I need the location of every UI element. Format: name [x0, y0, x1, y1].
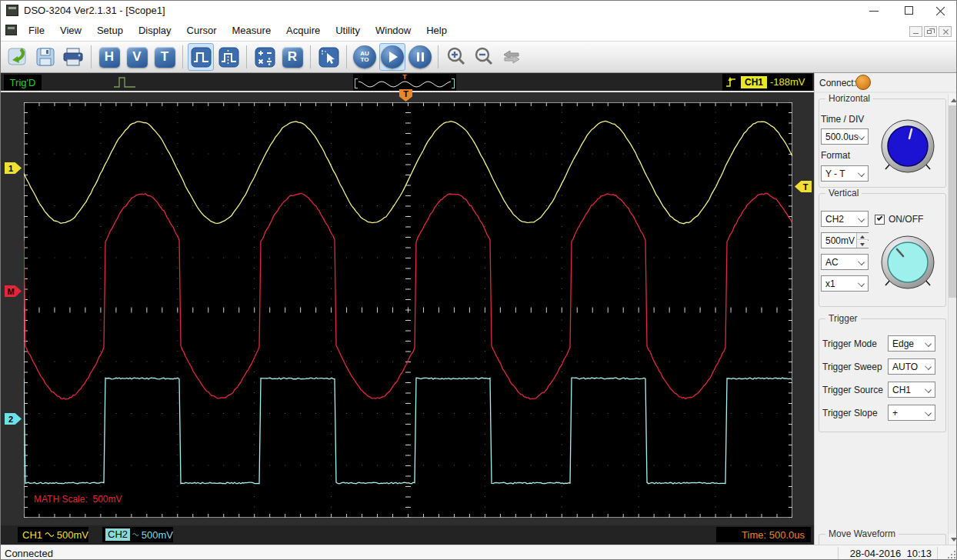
- vertical-icon: V: [127, 47, 148, 68]
- toolbar-separator: [438, 45, 438, 68]
- trigger-mode-select[interactable]: Edge: [888, 335, 935, 352]
- mdi-restore-button[interactable]: [924, 26, 937, 37]
- print-icon: [62, 47, 84, 67]
- trigger-status-badge: Trig'D: [4, 75, 42, 90]
- toolbar-separator: [346, 45, 347, 68]
- menu-display[interactable]: Display: [131, 21, 179, 41]
- sync-icon: [500, 45, 523, 68]
- trigger-settings-button[interactable]: T: [152, 43, 178, 71]
- ch1-readout[interactable]: CH1 500mV: [18, 527, 88, 542]
- ch2-coupling-icon: [132, 532, 139, 538]
- zoom-in-icon: [445, 45, 468, 68]
- trigger-position-marker[interactable]: T: [399, 89, 412, 102]
- ch2-zero-marker[interactable]: 2: [5, 413, 22, 425]
- ch1-scale: 500mV: [57, 529, 88, 541]
- math-zero-marker[interactable]: M: [5, 285, 22, 297]
- scroll-up-icon[interactable]: [949, 95, 957, 105]
- connection-status: Connected: [5, 548, 53, 559]
- save-button[interactable]: [32, 43, 58, 71]
- format-label: Format: [821, 150, 850, 161]
- trigger-source-select[interactable]: CH1: [888, 382, 935, 398]
- coupling-select[interactable]: AC: [821, 254, 869, 270]
- zoom-out-icon: [472, 45, 495, 68]
- trigger-sweep-select[interactable]: AUTO: [888, 358, 935, 375]
- save-icon: [35, 47, 55, 67]
- move-waveform-group-title: Move Waveform: [825, 528, 899, 539]
- pulse-measure-button[interactable]: [215, 43, 242, 71]
- spin-down-icon[interactable]: [857, 241, 869, 248]
- menu-file[interactable]: File: [21, 21, 52, 41]
- probe-select[interactable]: x1: [821, 275, 869, 292]
- preview-right-bracket-icon: [452, 78, 455, 88]
- trigger-group-title: Trigger: [825, 313, 861, 324]
- vertical-group-title: Vertical: [825, 188, 862, 198]
- volts-div-stepper[interactable]: 500mV: [821, 232, 869, 248]
- horizontal-icon: H: [99, 47, 120, 68]
- horizontal-knob[interactable]: [878, 116, 938, 176]
- trigger-readout: CH1 -188mV: [722, 74, 812, 91]
- vertical-knob[interactable]: [878, 232, 938, 292]
- ch2-scale: 500mV: [142, 529, 173, 541]
- horizontal-settings-button[interactable]: H: [96, 43, 122, 71]
- math-icon: [255, 47, 275, 68]
- toolbar-separator: [182, 45, 183, 68]
- format-select[interactable]: Y - T: [821, 165, 869, 182]
- close-button[interactable]: [922, 1, 957, 21]
- menu-acquire[interactable]: Acquire: [278, 21, 328, 41]
- sync-button[interactable]: [499, 43, 525, 71]
- mdi-minimize-button[interactable]: [909, 26, 922, 37]
- trigger-slope-select[interactable]: +: [888, 405, 935, 421]
- scope-region: Trig'D T CH1 -188mV 1 M: [1, 73, 814, 545]
- pulse-dotted-icon: [218, 47, 239, 68]
- print-button[interactable]: [60, 43, 86, 71]
- reference-icon: R: [282, 47, 303, 68]
- pulse-display-button[interactable]: [188, 43, 214, 71]
- timebase-readout: Time: 500.0us: [716, 527, 811, 542]
- resize-grip[interactable]: [946, 549, 956, 559]
- plot-area-wrapper: 1 M 2 T T MATH Scale: 500mV: [1, 94, 814, 525]
- spin-up-icon[interactable]: [857, 233, 869, 240]
- scope-plot[interactable]: [24, 102, 792, 518]
- menu-window[interactable]: Window: [368, 21, 418, 41]
- chevron-down-icon: [858, 280, 865, 287]
- autoset-button[interactable]: AUTO: [352, 43, 378, 71]
- ch1-zero-marker[interactable]: 1: [5, 162, 22, 174]
- toolbar-separator: [310, 45, 311, 68]
- zoom-in-button[interactable]: [443, 43, 469, 71]
- load-icon: [7, 46, 28, 68]
- menu-measure[interactable]: Measure: [225, 21, 279, 41]
- menu-setup[interactable]: Setup: [89, 21, 131, 41]
- checkmark-icon: [877, 215, 883, 221]
- trigger-source-label: Trigger Source: [822, 385, 883, 395]
- waveform-preview[interactable]: T: [353, 74, 456, 91]
- time-div-select[interactable]: 500.0us: [821, 128, 869, 145]
- run-button[interactable]: [379, 43, 405, 71]
- channel-select[interactable]: CH2: [821, 211, 869, 227]
- menu-cursor[interactable]: Cursor: [179, 21, 225, 41]
- zoom-out-button[interactable]: [471, 43, 497, 71]
- menu-view[interactable]: View: [52, 21, 89, 41]
- vertical-settings-button[interactable]: V: [124, 43, 150, 71]
- channel-onoff-checkbox[interactable]: [875, 215, 885, 225]
- load-setup-button[interactable]: [5, 43, 31, 71]
- pause-button[interactable]: [407, 43, 433, 71]
- panel-scrollbar[interactable]: [948, 95, 957, 545]
- scroll-down-icon[interactable]: [949, 534, 957, 545]
- menu-help[interactable]: Help: [418, 21, 455, 41]
- horizontal-group-title: Horizontal: [825, 93, 873, 104]
- ch2-readout[interactable]: CH2 500mV: [102, 527, 173, 542]
- status-bar: Connected 28-04-2016 10:13: [1, 545, 957, 560]
- menu-utility[interactable]: Utility: [328, 21, 368, 41]
- window-title: DSO-3204 Ver2.1.31 - [Scope1]: [24, 5, 165, 16]
- cursor-tool-button[interactable]: [315, 43, 342, 71]
- reference-button[interactable]: R: [279, 43, 305, 71]
- trigger-level-marker[interactable]: T: [795, 181, 812, 192]
- scrollbar-thumb[interactable]: [949, 105, 957, 298]
- connect-led-icon: [855, 75, 871, 90]
- trigger-icon: T: [155, 47, 175, 68]
- mdi-restore-icon: [927, 30, 932, 34]
- mdi-close-button[interactable]: [939, 26, 952, 37]
- minimize-button[interactable]: [856, 1, 892, 21]
- math-button[interactable]: [252, 43, 278, 71]
- chevron-down-icon: [858, 133, 865, 140]
